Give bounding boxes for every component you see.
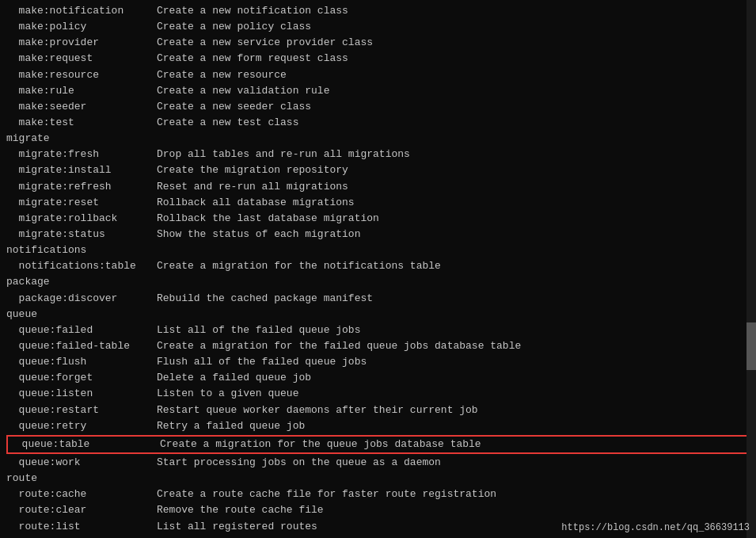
line-make-test: make:test Create a new test class — [6, 115, 750, 131]
cmd-migrate-refresh: migrate:refresh — [6, 179, 157, 195]
cmd-queue-work: queue:work — [6, 455, 157, 471]
line-queue-forget: queue:forget Delete a failed queue job — [6, 370, 750, 386]
desc-queue-forget: Delete a failed queue job — [157, 370, 311, 386]
highlighted-queue-table: queue:table Create a migration for the q… — [6, 435, 750, 454]
line-queue-restart: queue:restart Restart queue worker daemo… — [6, 403, 750, 418]
desc-queue-table: Create a migration for the queue jobs da… — [160, 437, 481, 452]
cmd-migrate-install: migrate:install — [6, 162, 157, 178]
line-make-resource: make:resource Create a new resource — [6, 67, 750, 83]
line-migrate-install: migrate:install Create the migration rep… — [6, 162, 750, 178]
desc-queue-failed: List all of the failed queue jobs — [157, 322, 360, 338]
line-queue-work: queue:work Start processing jobs on the … — [6, 455, 750, 471]
line-make-rule: make:rule Create a new validation rule — [6, 83, 750, 99]
section-schedule: schedule — [6, 535, 750, 538]
desc-queue-work: Start processing jobs on the queue as a … — [157, 455, 441, 471]
desc-make-rule: Create a new validation rule — [157, 83, 329, 99]
scrollbar[interactable] — [747, 0, 756, 538]
terminal: make:notification Create a new notificat… — [0, 0, 756, 538]
desc-migrate-status: Show the status of each migration — [157, 227, 360, 242]
line-make-seeder: make:seeder Create a new seeder class — [6, 99, 750, 115]
line-package-discover: package:discover Rebuild the cached pack… — [6, 291, 750, 307]
desc-migrate-refresh: Reset and re-run all migrations — [157, 179, 348, 195]
cmd-package-discover: package:discover — [6, 291, 157, 307]
desc-make-resource: Create a new resource — [157, 67, 287, 83]
section-migrate: migrate — [6, 131, 750, 147]
line-queue-failed: queue:failed List all of the failed queu… — [6, 322, 750, 338]
line-queue-failed-table: queue:failed-table Create a migration fo… — [6, 338, 750, 354]
cmd-queue-table: queue:table — [9, 437, 160, 452]
cmd-queue-failed-table: queue:failed-table — [6, 338, 157, 354]
desc-migrate-fresh: Drop all tables and re-run all migration… — [157, 147, 410, 162]
line-migrate-rollback: migrate:rollback Rollback the last datab… — [6, 211, 750, 227]
line-make-policy: make:policy Create a new policy class — [6, 19, 750, 35]
line-migrate-refresh: migrate:refresh Reset and re-run all mig… — [6, 179, 750, 195]
cmd-route-list: route:list — [6, 519, 157, 535]
desc-route-cache: Create a route cache file for faster rou… — [157, 486, 496, 502]
desc-make-seeder: Create a new seeder class — [157, 99, 311, 115]
cmd-make-policy: make:policy — [6, 19, 157, 35]
cmd-queue-forget: queue:forget — [6, 370, 157, 386]
line-migrate-reset: migrate:reset Rollback all database migr… — [6, 195, 750, 211]
cmd-make-resource: make:resource — [6, 67, 157, 83]
cmd-queue-flush: queue:flush — [6, 354, 157, 370]
desc-make-provider: Create a new service provider class — [157, 35, 373, 51]
line-queue-flush: queue:flush Flush all of the failed queu… — [6, 354, 750, 370]
section-package: package — [6, 274, 750, 290]
watermark: https://blog.csdn.net/qq_36639113 — [561, 522, 750, 533]
cmd-make-request: make:request — [6, 51, 157, 67]
desc-route-clear: Remove the route cache file — [157, 502, 324, 518]
desc-make-test: Create a new test class — [157, 115, 298, 131]
desc-route-list: List all registered routes — [157, 519, 317, 535]
desc-notifications-table: Create a migration for the notifications… — [157, 258, 441, 274]
cmd-queue-restart: queue:restart — [6, 403, 157, 418]
desc-queue-flush: Flush all of the failed queue jobs — [157, 354, 367, 370]
cmd-migrate-fresh: migrate:fresh — [6, 147, 157, 162]
cmd-migrate-reset: migrate:reset — [6, 195, 157, 211]
desc-queue-listen: Listen to a given queue — [157, 386, 298, 402]
cmd-queue-retry: queue:retry — [6, 418, 157, 434]
desc-migrate-reset: Rollback all database migrations — [157, 195, 355, 211]
desc-package-discover: Rebuild the cached package manifest — [157, 291, 373, 307]
cmd-make-rule: make:rule — [6, 83, 157, 99]
line-make-provider: make:provider Create a new service provi… — [6, 35, 750, 51]
cmd-route-clear: route:clear — [6, 502, 157, 518]
line-route-cache: route:cache Create a route cache file fo… — [6, 486, 750, 502]
cmd-migrate-status: migrate:status — [6, 227, 157, 242]
section-route: route — [6, 471, 750, 486]
section-queue: queue — [6, 307, 750, 322]
line-queue-listen: queue:listen Listen to a given queue — [6, 386, 750, 402]
line-make-request: make:request Create a new form request c… — [6, 51, 750, 67]
cmd-make-test: make:test — [6, 115, 157, 131]
cmd-notifications-table: notifications:table — [6, 258, 157, 274]
desc-queue-restart: Restart queue worker daemons after their… — [157, 403, 478, 418]
line-make-notification: make:notification Create a new notificat… — [6, 3, 750, 19]
desc-queue-failed-table: Create a migration for the failed queue … — [157, 338, 521, 354]
cmd-make-provider: make:provider — [6, 35, 157, 51]
line-route-clear: route:clear Remove the route cache file — [6, 502, 750, 518]
desc-make-request: Create a new form request class — [157, 51, 348, 67]
cmd-queue-listen: queue:listen — [6, 386, 157, 402]
cmd-make-seeder: make:seeder — [6, 99, 157, 115]
cmd-queue-failed: queue:failed — [6, 322, 157, 338]
cmd-migrate-rollback: migrate:rollback — [6, 211, 157, 227]
cmd-route-cache: route:cache — [6, 486, 157, 502]
section-notifications: notifications — [6, 242, 750, 258]
line-migrate-fresh: migrate:fresh Drop all tables and re-run… — [6, 147, 750, 162]
line-queue-retry: queue:retry Retry a failed queue job — [6, 418, 750, 434]
cmd-make-notification: make:notification — [6, 3, 157, 19]
desc-migrate-rollback: Rollback the last database migration — [157, 211, 379, 227]
line-migrate-status: migrate:status Show the status of each m… — [6, 227, 750, 242]
desc-make-policy: Create a new policy class — [157, 19, 311, 35]
scrollbar-thumb[interactable] — [747, 322, 756, 370]
desc-migrate-install: Create the migration repository — [157, 162, 348, 178]
desc-queue-retry: Retry a failed queue job — [157, 418, 305, 434]
desc-make-notification: Create a new notification class — [157, 3, 348, 19]
line-notifications-table: notifications:table Create a migration f… — [6, 258, 750, 274]
